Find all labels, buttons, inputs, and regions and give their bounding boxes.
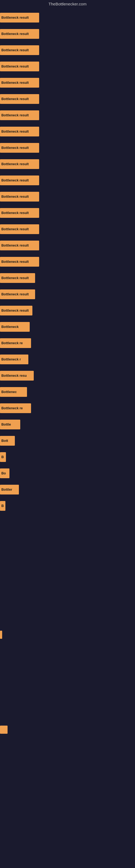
bar-item-23: Bottlenec [0, 386, 27, 398]
bar-item-19: Bottleneck [0, 321, 30, 333]
bar-label: Bottleneck resu [1, 374, 27, 378]
bar-label: B [1, 455, 4, 459]
bar-item-18: Bottleneck result [0, 305, 32, 316]
bar-item-3: Bottleneck result [0, 61, 39, 72]
bar-label: Bottleneck result [1, 260, 29, 264]
bar-item-6: Bottleneck result [0, 109, 39, 121]
bar-label: Bottleneck result [1, 16, 29, 20]
bar-label: Bottleneck result [1, 179, 29, 182]
bar-item-10: Bottleneck result [0, 175, 39, 186]
bar-item-13: Bottleneck result [0, 223, 39, 235]
bar-item-21: Bottleneck r [0, 353, 28, 365]
bar-item-25: Bottle [0, 418, 20, 431]
bar-item-22: Bottleneck resu [0, 370, 34, 382]
bar-item-28: Bo [0, 467, 9, 479]
bar-item-26: Bott [0, 435, 15, 447]
bar-label: Bottleneck result [1, 162, 29, 166]
bar-item-16: Bottleneck result [0, 272, 35, 284]
bar-item-29: Bottler [0, 484, 19, 496]
bar-label: Bottleneck result [1, 130, 29, 133]
bottom-bar-2 [0, 725, 8, 734]
bar-label: Bottleneck result [1, 48, 29, 52]
bar-label: Bottleneck result [1, 113, 29, 117]
bar-label: Bottlenec [1, 390, 17, 394]
bar-item-20: Bottleneck re [0, 337, 31, 349]
bar-item-24: Bottleneck re [0, 402, 31, 414]
bar-label: Bottleneck result [1, 97, 29, 101]
page-wrapper: TheBottlenecker.com Bottleneck resultBot… [0, 0, 135, 868]
bar-label: Bottleneck result [1, 276, 29, 280]
bar-label: Bottleneck result [1, 211, 29, 215]
bar-label: Bottleneck r [1, 358, 21, 361]
bar-label: Bottleneck re [1, 341, 23, 345]
bottom-bar-1 [0, 631, 2, 639]
bar-label: Bott [1, 439, 8, 443]
bar-item-30: B [0, 500, 5, 512]
bar-item-11: Bottleneck result [0, 191, 39, 203]
bar-item-1: Bottleneck result [0, 28, 39, 40]
bar-item-8: Bottleneck result [0, 142, 39, 154]
bar-item-12: Bottleneck result [0, 207, 39, 219]
bar-label: Bottler [1, 488, 12, 492]
bar-label: Bottleneck result [1, 32, 29, 36]
bar-label: Bottleneck result [1, 195, 29, 198]
bar-item-5: Bottleneck result [0, 93, 39, 105]
bar-label: Bottleneck result [1, 81, 29, 85]
bar-item-14: Bottleneck result [0, 240, 39, 251]
bar-label: B [1, 504, 4, 508]
bar-item-9: Bottleneck result [0, 158, 39, 170]
bar-label: Bottleneck result [1, 227, 29, 231]
bar-label: Bo [1, 471, 6, 475]
bar-item-15: Bottleneck result [0, 256, 39, 268]
bar-item-17: Bottleneck result [0, 288, 35, 300]
bar-item-0: Bottleneck result [0, 12, 39, 24]
bar-label: Bottleneck result [1, 309, 29, 312]
bar-item-7: Bottleneck result [0, 126, 39, 137]
bar-item-2: Bottleneck result [0, 44, 39, 56]
bar-label: Bottleneck result [1, 292, 29, 296]
bar-item-27: B [0, 451, 6, 463]
bar-label: Bottleneck re [1, 406, 23, 410]
bar-label: Bottleneck result [1, 65, 29, 68]
bar-item-4: Bottleneck result [0, 77, 39, 89]
site-title: TheBottlenecker.com [0, 0, 135, 7]
bar-label: Bottleneck result [1, 146, 29, 150]
bar-label: Bottle [1, 423, 11, 426]
bar-label: Bottleneck [1, 325, 18, 329]
bar-label: Bottleneck result [1, 244, 29, 247]
